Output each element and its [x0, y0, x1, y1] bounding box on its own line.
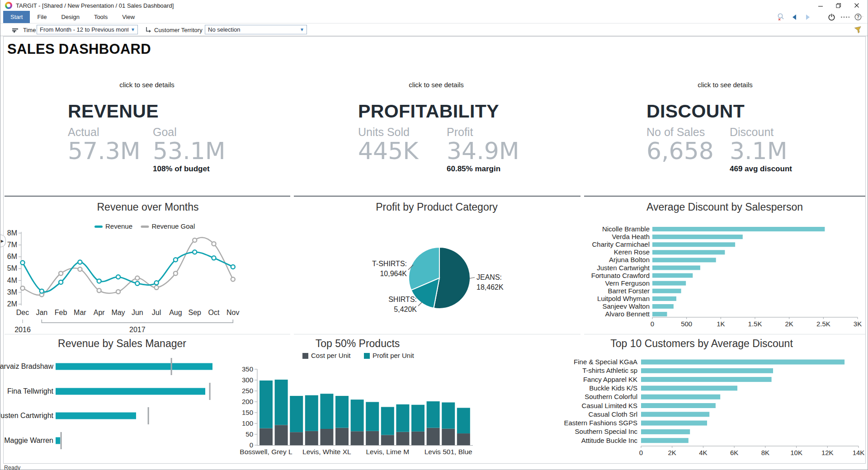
data-point[interactable] [97, 279, 101, 283]
cost-segment[interactable] [335, 428, 349, 445]
data-point[interactable] [231, 277, 235, 281]
bar-chart-plot[interactable]: Fine & Special KGaAT-shirts Athletic spF… [475, 335, 865, 461]
menu-tab-view[interactable]: View [115, 11, 142, 23]
data-point[interactable] [116, 275, 120, 279]
data-point[interactable] [231, 265, 235, 269]
bar-arjuna-bolton[interactable] [652, 258, 716, 262]
discount-kpi[interactable]: DISCOUNT No of Sales6,658 Discount3.1M46… [646, 101, 868, 174]
cost-segment[interactable] [366, 431, 379, 445]
profit-segment[interactable] [396, 404, 409, 432]
line-chart-plot[interactable]: 2M3M4M5M6M7M8MDecJanFebMarAprMayJunJulAu… [5, 198, 291, 334]
data-point[interactable] [135, 276, 139, 280]
cost-segment[interactable] [275, 425, 288, 445]
data-point[interactable] [21, 286, 25, 290]
minimize-button[interactable] [811, 0, 830, 11]
data-point[interactable] [59, 280, 63, 284]
data-point[interactable] [59, 271, 63, 275]
bar-southern-colorful[interactable] [641, 395, 720, 400]
profit-segment[interactable] [275, 380, 288, 425]
data-point[interactable] [78, 267, 82, 271]
cost-segment[interactable] [381, 435, 394, 445]
bar-alvaro-bennett[interactable] [652, 312, 667, 316]
discount-click-hint[interactable]: click to see details [698, 81, 753, 89]
bar-chart-plot[interactable]: Nicolle BrambleVerda HeathCharity Carmic… [584, 198, 865, 334]
back-icon[interactable] [790, 13, 799, 22]
profit-segment[interactable] [320, 394, 333, 429]
cost-segment[interactable] [290, 432, 303, 445]
bar-nicolle-bramble[interactable] [652, 227, 825, 231]
data-point[interactable] [174, 271, 178, 275]
profit-segment[interactable] [411, 405, 425, 432]
bar-vern-ferguson[interactable] [652, 281, 686, 286]
bar-fine-special-kgaa[interactable] [641, 360, 844, 365]
menu-tab-start[interactable]: Start [3, 11, 30, 23]
data-point[interactable] [174, 258, 178, 262]
cost-segment[interactable] [442, 429, 455, 445]
bar-verda-heath[interactable] [652, 235, 743, 239]
cost-segment[interactable] [305, 431, 318, 445]
revenue-click-hint[interactable]: click to see details [119, 81, 175, 89]
profit-segment[interactable] [427, 401, 440, 428]
profit-segment[interactable] [335, 396, 349, 428]
cost-segment[interactable] [259, 428, 273, 445]
close-button[interactable] [848, 0, 866, 11]
data-point[interactable] [212, 242, 216, 246]
series-line-0[interactable] [23, 252, 233, 292]
bar-justen-cartwright[interactable] [56, 413, 136, 419]
series-line-1[interactable] [23, 237, 233, 295]
revenue-over-months-chart[interactable]: Revenue over Months 2M3M4M5M6M7M8MDecJan… [5, 198, 291, 334]
cost-segment[interactable] [411, 432, 425, 445]
bar-casual-limited-ks[interactable] [641, 403, 716, 408]
cost-segment[interactable] [427, 428, 440, 445]
data-point[interactable] [40, 289, 44, 293]
data-point[interactable] [212, 256, 216, 260]
bar-fina-tellwright[interactable] [56, 388, 205, 395]
cost-segment[interactable] [320, 429, 333, 445]
top-customers-chart[interactable]: Top 10 Customers by Average Discount Fin… [475, 335, 865, 461]
profit-segment[interactable] [442, 402, 455, 428]
data-point[interactable] [193, 238, 197, 242]
data-point[interactable] [155, 281, 159, 285]
profit-segment[interactable] [366, 402, 379, 431]
data-point[interactable] [155, 286, 159, 290]
bar-fancy-apparel-kk[interactable] [641, 377, 772, 382]
pie-chart-plot[interactable]: JEANS:18,462KSHIRTS:5,420KT-SHIRTS:10,96… [294, 198, 580, 334]
bar-attitude-buckle-inc[interactable] [641, 438, 689, 443]
bar-charity-carmichael[interactable] [652, 242, 735, 247]
maximize-button[interactable] [830, 0, 848, 11]
profit-segment[interactable] [305, 395, 318, 431]
search-icon[interactable] [776, 13, 785, 22]
revenue-by-sales-manager-chart[interactable]: Revenue by Sales Manager Parvaiz Bradsha… [5, 335, 240, 461]
filter-funnel-icon[interactable] [854, 26, 863, 36]
revenue-kpi[interactable]: REVENUE Actual57.3M Goal53.1M108% of bud… [68, 101, 321, 174]
menu-tab-tools[interactable]: Tools [87, 11, 115, 23]
profit-segment[interactable] [351, 400, 364, 431]
bar-casual-cloth-srl[interactable] [641, 412, 709, 417]
profitability-click-hint[interactable]: click to see details [409, 81, 464, 89]
profit-segment[interactable] [457, 408, 470, 433]
bar-parvaiz-bradshaw[interactable] [56, 363, 212, 370]
menu-tab-file[interactable]: File [30, 11, 54, 23]
cost-segment[interactable] [351, 431, 364, 445]
bar-fortunato-crawford[interactable] [652, 273, 693, 278]
power-icon[interactable] [827, 13, 836, 22]
profit-segment[interactable] [259, 381, 273, 428]
help-icon[interactable]: ? [854, 13, 863, 22]
more-options-icon[interactable] [840, 13, 849, 22]
data-point[interactable] [97, 288, 101, 292]
stacked-bar-chart-plot[interactable]: 050100150200250300350Bosswell, Grey LLev… [241, 335, 475, 461]
time-filter-dropdown[interactable]: From Month - 12 to Previous month ▼ [37, 25, 138, 34]
menu-tab-design[interactable]: Design [54, 11, 86, 23]
bar-eastern-fashions-sgps[interactable] [641, 421, 707, 426]
bar-keren-rose[interactable] [652, 250, 725, 254]
bar-maggie-warren[interactable] [56, 437, 60, 444]
data-point[interactable] [116, 290, 120, 294]
bar-sanjeev-walton[interactable] [652, 304, 674, 309]
data-point[interactable] [21, 261, 25, 265]
profit-segment[interactable] [381, 407, 394, 435]
data-point[interactable] [78, 260, 82, 264]
profitability-kpi[interactable]: PROFITABILITY Units Sold445K Profit34.9M… [358, 101, 611, 174]
data-point[interactable] [135, 282, 139, 286]
cost-segment[interactable] [457, 433, 470, 445]
forward-icon[interactable] [803, 13, 812, 22]
